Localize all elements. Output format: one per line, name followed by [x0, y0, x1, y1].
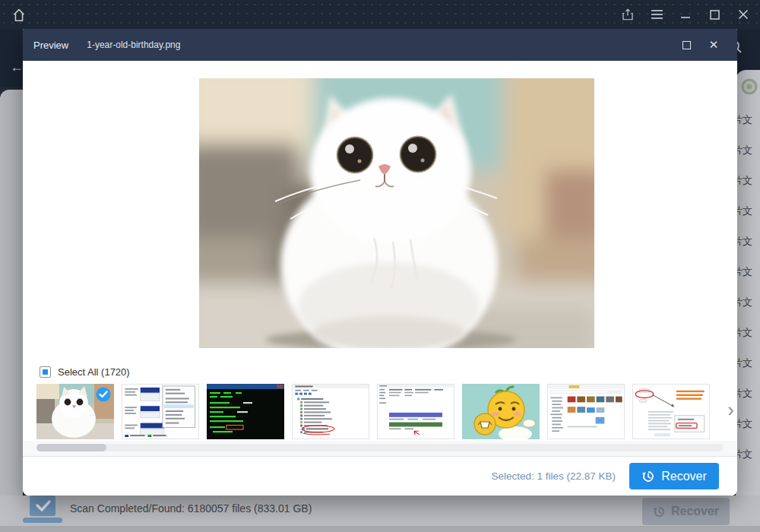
- checkbox-indeterminate-mark: [43, 369, 48, 375]
- close-icon[interactable]: [736, 7, 751, 22]
- menu-icon[interactable]: [649, 7, 664, 22]
- thumbnail-strip: ›: [23, 380, 737, 441]
- background-recover-button: Recover: [642, 498, 730, 525]
- modal-close-button[interactable]: ✕: [705, 36, 722, 53]
- modal-maximize-button[interactable]: [678, 36, 695, 53]
- thumbnail-terminal[interactable]: [207, 384, 284, 439]
- recover-rewind-icon: [641, 470, 655, 483]
- preview-image-cat: [199, 78, 594, 348]
- background-window-edge: [0, 526, 760, 532]
- recover-button-label: Recover: [661, 470, 707, 483]
- select-all-checkbox[interactable]: [40, 366, 51, 378]
- preview-area: [23, 61, 737, 363]
- back-arrow-icon: ←: [10, 59, 24, 75]
- maximize-icon: [682, 41, 691, 49]
- preview-modal-footer: Selected: 1 files (22.87 KB) Recover: [23, 456, 737, 496]
- thumbnails-scroll-right-button[interactable]: ›: [727, 400, 734, 420]
- select-all-row: Select All (1720): [23, 363, 737, 380]
- scan-complete-laptop-icon: [21, 494, 64, 529]
- background-recover-label: Recover: [671, 505, 719, 518]
- thumbnail-scrollbar-thumb[interactable]: [36, 444, 106, 451]
- thumbnail-scroll-area: [23, 441, 737, 456]
- thumbnail-device-manager[interactable]: [292, 384, 369, 439]
- thumbnail-disk-management[interactable]: [122, 384, 199, 439]
- background-circle-icon: [740, 78, 758, 99]
- scan-status-text: Scan Completed/Found: 6180057 files (833…: [70, 502, 312, 515]
- home-icon[interactable]: [9, 5, 29, 25]
- recover-button[interactable]: Recover: [629, 463, 719, 489]
- minimize-icon[interactable]: [678, 7, 693, 22]
- selected-files-summary: Selected: 1 files (22.87 KB): [491, 470, 616, 482]
- background-left-panel: [0, 90, 23, 496]
- select-all-label: Select All (1720): [58, 366, 130, 378]
- thumbnail-file-explorer[interactable]: [547, 384, 625, 439]
- thumbnail-selected-check-icon: [96, 387, 111, 402]
- thumbnail-emoji-cartoon[interactable]: [462, 384, 540, 439]
- app-window: ← 片文片文片文片文片文片文片文片文片文片文片文片文 Scan Complete…: [0, 0, 760, 532]
- previewed-filename: 1-year-old-birthday.png: [87, 40, 180, 50]
- window-title-bar: [0, 0, 760, 29]
- thumbnail-cat-photo[interactable]: [36, 384, 114, 439]
- thumbnail-scrollbar-track[interactable]: [36, 444, 724, 451]
- thumbnail-partition-table[interactable]: [377, 384, 454, 439]
- thumbnail-drive-tutorial[interactable]: [632, 384, 710, 439]
- preview-modal-header: Preview 1-year-old-birthday.png ✕: [23, 29, 737, 61]
- modal-title: Preview: [33, 40, 68, 51]
- maximize-icon[interactable]: [707, 7, 722, 22]
- share-icon[interactable]: [620, 7, 635, 22]
- preview-modal: Preview 1-year-old-birthday.png ✕: [23, 29, 737, 496]
